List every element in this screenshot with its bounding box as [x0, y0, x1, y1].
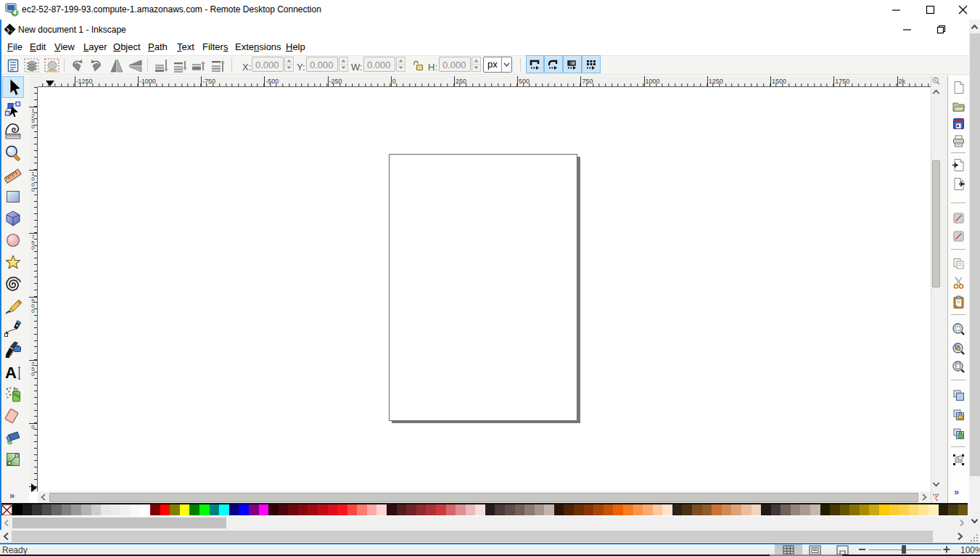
svg-text:A: A	[5, 364, 17, 381]
